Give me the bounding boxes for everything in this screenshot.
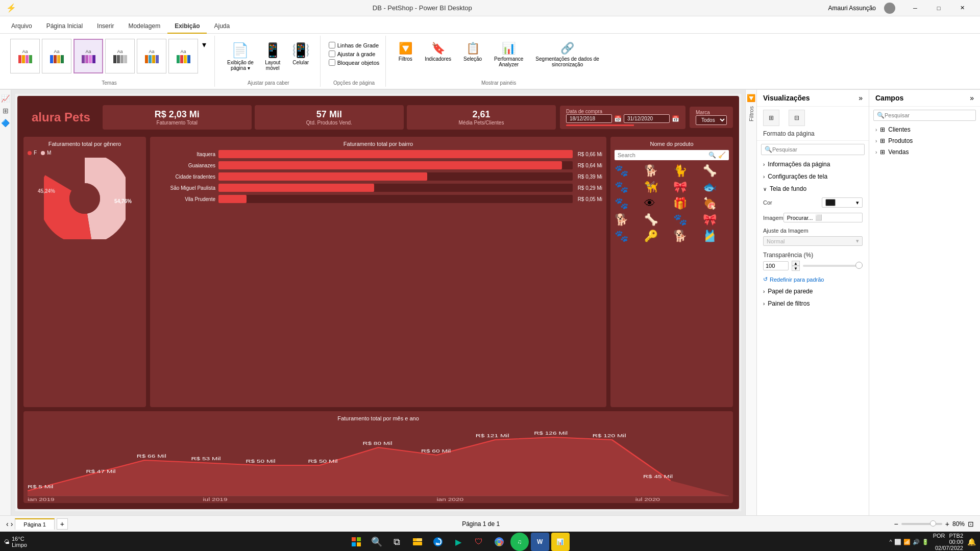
page-tab-1[interactable]: Página 1 [15, 518, 54, 530]
configuracoes-section[interactable]: › Configurações de tela [757, 170, 869, 183]
left-icon-chart[interactable]: 📈 [1, 94, 10, 103]
ajuste-imagem-dropdown[interactable]: Normal ▾ [763, 236, 863, 246]
indicadores-button[interactable]: 🔖 Indicadores [421, 39, 455, 65]
tab-pagina-inicial[interactable]: Página Inicial [39, 19, 90, 34]
left-icon-table[interactable]: ⊞ [1, 106, 10, 115]
powerbi-button[interactable]: 📊 [551, 533, 570, 551]
viz-search-input[interactable] [772, 146, 861, 153]
performance-button[interactable]: 📊 PerformanceAnalyzer [490, 39, 527, 70]
theme-6-button[interactable]: Aa [168, 39, 198, 73]
fit-page-icon[interactable]: ⊡ [968, 520, 974, 528]
cor-dropdown-chevron: ▾ [856, 199, 859, 206]
close-button[interactable]: ✕ [950, 0, 974, 16]
tab-inserir[interactable]: Inserir [90, 19, 121, 34]
logo-suffix: Pets [64, 110, 90, 124]
wifi-icon[interactable]: 📶 [903, 539, 911, 545]
svg-rect-21 [352, 537, 356, 541]
filtros-icon: 🔽 [399, 42, 412, 55]
theme-1-button[interactable]: Aa [10, 39, 40, 73]
celular-button[interactable]: 📳 Celular [288, 39, 314, 68]
zoom-plus-button[interactable]: + [945, 520, 949, 528]
papel-parede-section[interactable]: › Papel de parede [757, 285, 869, 297]
fields-item-clientes[interactable]: › ⊞ Clientes [869, 124, 980, 135]
viz-panel-header: Visualizações » [757, 90, 869, 107]
ajustar-label: Ajustar para caber [248, 78, 289, 86]
viz-expand-button[interactable]: » [859, 94, 863, 102]
security-button[interactable]: 🛡 [470, 533, 488, 551]
word-button[interactable]: W [531, 533, 549, 551]
date-calendar-icon1[interactable]: 📅 [614, 115, 622, 122]
exibicao-pagina-button[interactable]: 📄 Exibição depágina ▾ [223, 39, 258, 74]
informacoes-section[interactable]: › Informações da página [757, 158, 869, 170]
ajustar-grade-checkbox[interactable]: Ajustar à grade [329, 51, 380, 57]
notification-button[interactable]: 🔔 [967, 538, 976, 546]
fields-item-vendas[interactable]: › ⊞ Vendas [869, 146, 980, 158]
line-chart-svg: R$ 5 Mil R$ 47 Mil R$ 66 Mil R$ 53 Mil R… [28, 424, 729, 501]
layout-movel-button[interactable]: 📱 Layoutmóvel [260, 39, 286, 74]
ribbon-group-opcoes: Linhas de Grade Ajustar à grade Bloquear… [323, 36, 386, 87]
product-icon-11: 🎁 [673, 197, 700, 210]
reset-link[interactable]: ↺ Redefinir para padrão [757, 273, 869, 285]
date-from-input[interactable] [566, 114, 612, 123]
zoom-slider[interactable] [901, 523, 942, 525]
theme-3-button[interactable]: Aa [74, 39, 103, 73]
tab-arquivo[interactable]: Arquivo [4, 19, 39, 34]
fields-expand-button[interactable]: » [970, 94, 974, 102]
selecao-button[interactable]: 📋 Seleção [459, 39, 486, 65]
fields-search-input[interactable] [885, 112, 972, 118]
left-icon-model[interactable]: 🔷 [1, 118, 10, 128]
zoom-minus-button[interactable]: − [894, 520, 898, 528]
search-icon[interactable]: 🔍 [708, 152, 716, 159]
bloquear-objetos-checkbox[interactable]: Bloquear objetos [329, 59, 380, 66]
add-page-button[interactable]: + [57, 518, 68, 530]
minimize-button[interactable]: ─ [903, 0, 927, 16]
slider-thumb[interactable] [855, 262, 863, 269]
browse-button[interactable]: Procurar... ⬜ [783, 213, 863, 222]
theme-4-button[interactable]: Aa [105, 39, 135, 73]
cor-dropdown[interactable]: ▾ [822, 197, 863, 208]
tela-fundo-header[interactable]: ∨ Tela de fundo [757, 183, 869, 195]
date-calendar-icon2[interactable]: 📅 [672, 115, 679, 122]
viz-icon-table[interactable]: ⊞ [763, 110, 779, 126]
tab-exibicao[interactable]: Exibição [167, 19, 207, 34]
fields-item-produtos[interactable]: › ⊞ Produtos [869, 135, 980, 146]
chevron-up-icon[interactable]: ^ [889, 539, 892, 545]
produtos-expand-icon: › [875, 138, 877, 144]
svg-text:R$ 50 Mil: R$ 50 Mil [246, 458, 275, 463]
painel-filtros-section[interactable]: › Painel de filtros [757, 297, 869, 310]
transparencia-input[interactable] [763, 261, 789, 270]
edge-button[interactable] [429, 533, 447, 551]
explorer-button[interactable] [408, 533, 427, 551]
spotify-button[interactable]: ♫ [510, 533, 529, 551]
spinner-up[interactable]: ▲ [792, 261, 800, 266]
theme-5-button[interactable]: Aa [137, 39, 166, 73]
sound-icon[interactable]: 🔊 [913, 539, 920, 545]
clear-icon[interactable]: 🧹 [718, 152, 726, 159]
pie-svg [44, 158, 126, 239]
brand-select[interactable]: Todos [696, 115, 727, 125]
search-taskbar-button[interactable]: 🔍 [368, 533, 386, 551]
tab-modelagem[interactable]: Modelagem [121, 19, 167, 34]
segmentacoes-button[interactable]: 🔗 Segmentações de dados desincronização [531, 39, 603, 70]
date-to-input[interactable] [624, 114, 670, 123]
linhas-grade-checkbox[interactable]: Linhas de Grade [329, 42, 380, 48]
taskview-button[interactable]: ⧉ [388, 533, 406, 551]
theme-2-button[interactable]: Aa [42, 39, 71, 73]
filtros-button[interactable]: 🔽 Filtros [394, 39, 416, 65]
maximize-button[interactable]: □ [927, 0, 950, 16]
expand-themes-button[interactable]: ▾ [200, 39, 208, 51]
zoom-slider-thumb[interactable] [930, 520, 936, 527]
product-icon-13: 🐕 [615, 213, 641, 227]
zoom-level: 80% [952, 520, 965, 528]
spinner-down[interactable]: ▼ [792, 266, 800, 271]
next-page-button[interactable]: › [11, 520, 13, 528]
ribbon-group-mostrar: 🔽 Filtros 🔖 Indicadores 📋 Seleção 📊 Perf… [388, 36, 609, 87]
media-player-button[interactable]: ▶ [449, 533, 468, 551]
prev-page-button[interactable]: ‹ [6, 520, 9, 528]
viz-icon-matrix[interactable]: ⊟ [789, 110, 805, 126]
product-search-input[interactable] [618, 152, 708, 158]
start-button[interactable] [347, 533, 365, 551]
chrome-button[interactable] [490, 533, 508, 551]
tab-ajuda[interactable]: Ajuda [207, 19, 237, 34]
datetime[interactable]: 00:00 02/07/2022 [933, 539, 963, 551]
